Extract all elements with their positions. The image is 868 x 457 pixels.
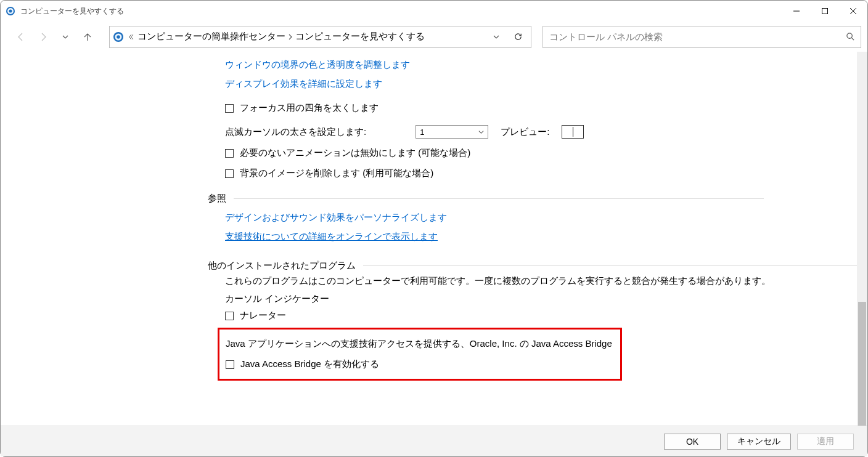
checkbox-java-bridge[interactable] [226,360,234,369]
checkbox-narrator[interactable] [225,312,234,320]
up-button[interactable] [78,28,97,46]
breadcrumb-separator-icon[interactable] [288,34,293,40]
cancel-button[interactable]: キャンセル [727,434,791,450]
divider [234,198,764,199]
address-location-icon [112,31,125,43]
other-programs-description: これらのプログラムはこのコンピューターで利用可能です。一度に複数のプログラムを実… [225,275,780,287]
search-icon[interactable] [840,26,861,47]
cursor-thickness-dropdown[interactable]: 1 [416,125,488,139]
breadcrumb-level2[interactable]: コンピューターを見やすくする [295,31,425,42]
vertical-scrollbar[interactable] [857,52,867,426]
chevron-down-icon [478,129,484,135]
link-adjust-border[interactable]: ウィンドウの境界の色と透明度を調整します [225,59,410,71]
cursor-preview-label: プレビュー: [501,126,549,138]
section-reference-label: 参照 [208,193,226,204]
link-display-effects[interactable]: ディスプレイ効果を詳細に設定します [225,78,382,90]
cursor-thickness-label: 点滅カーソルの太さを設定します: [225,126,366,138]
link-personalize[interactable]: デザインおよびサウンド効果をパーソナライズします [225,212,447,224]
highlight-java-bridge: Java アプリケーションへの支援技術アクセスを提供する、Oracle, Inc… [218,328,622,381]
minimize-button[interactable] [782,2,811,20]
breadcrumb-level1[interactable]: コンピューターの簡単操作センター [137,31,285,42]
cancel-button-label: キャンセル [737,436,780,447]
checkbox-focus-rect-label: フォーカス用の四角を太くします [240,102,379,114]
address-history-dropdown[interactable] [489,26,504,47]
cursor-preview-box [562,125,584,139]
divider [363,265,857,266]
ok-button-label: OK [686,437,698,447]
content-panel: ウィンドウの境界の色と透明度を調整します ディスプレイ効果を詳細に設定します フ… [1,52,857,426]
java-bridge-description: Java アプリケーションへの支援技術アクセスを提供する、Oracle, Inc… [226,338,614,350]
recent-locations-button[interactable] [56,28,75,46]
checkbox-disable-anim[interactable] [225,149,234,158]
content-area: ウィンドウの境界の色と透明度を調整します ディスプレイ効果を詳細に設定します フ… [1,52,867,426]
checkbox-remove-bg[interactable] [225,169,234,178]
back-button[interactable] [12,28,30,46]
breadcrumb-back-chevron[interactable] [126,34,136,40]
close-button[interactable] [839,2,867,20]
nav-toolbar: コンピューターの簡単操作センター コンピューターを見やすくする [1,22,867,52]
apply-button[interactable]: 適用 [797,434,854,450]
cursor-thickness-value: 1 [420,127,424,137]
titlebar: コンピューターを見やすくする [1,1,867,22]
svg-rect-3 [822,9,828,14]
forward-button[interactable] [34,28,52,46]
window-title: コンピューターを見やすくする [20,6,782,17]
svg-point-6 [117,35,120,39]
apply-button-label: 適用 [817,436,834,447]
window: コンピューターを見やすくする [0,0,868,457]
checkbox-java-bridge-label: Java Access Bridge を有効化する [240,358,379,370]
section-other-programs-label: 他のインストールされたプログラム [208,260,356,272]
cursor-preview-bar [573,127,573,137]
checkbox-focus-rect[interactable] [225,104,234,113]
checkbox-remove-bg-label: 背景のイメージを削除します (利用可能な場合) [240,168,433,179]
svg-point-2 [9,10,12,13]
cursor-indicator-label: カーソル インジケーター [225,293,857,305]
checkbox-disable-anim-label: 必要のないアニメーションは無効にします (可能な場合) [240,147,470,159]
checkbox-narrator-label: ナレーター [240,310,286,322]
ok-button[interactable]: OK [664,434,721,450]
maximize-button[interactable] [811,2,839,20]
link-assistive-online[interactable]: 支援技術についての詳細をオンラインで表示します [225,231,438,243]
svg-point-7 [846,33,851,38]
scrollbar-thumb[interactable] [858,302,866,426]
search-box[interactable] [542,26,861,48]
breadcrumb: コンピューターの簡単操作センター コンピューターを見やすくする [136,31,489,42]
refresh-button[interactable] [507,26,528,47]
window-controls [782,2,867,20]
dialog-button-bar: OK キャンセル 適用 [1,426,867,456]
address-bar[interactable]: コンピューターの簡単操作センター コンピューターを見やすくする [109,26,531,48]
search-input[interactable] [543,26,840,47]
control-panel-icon [6,6,15,16]
